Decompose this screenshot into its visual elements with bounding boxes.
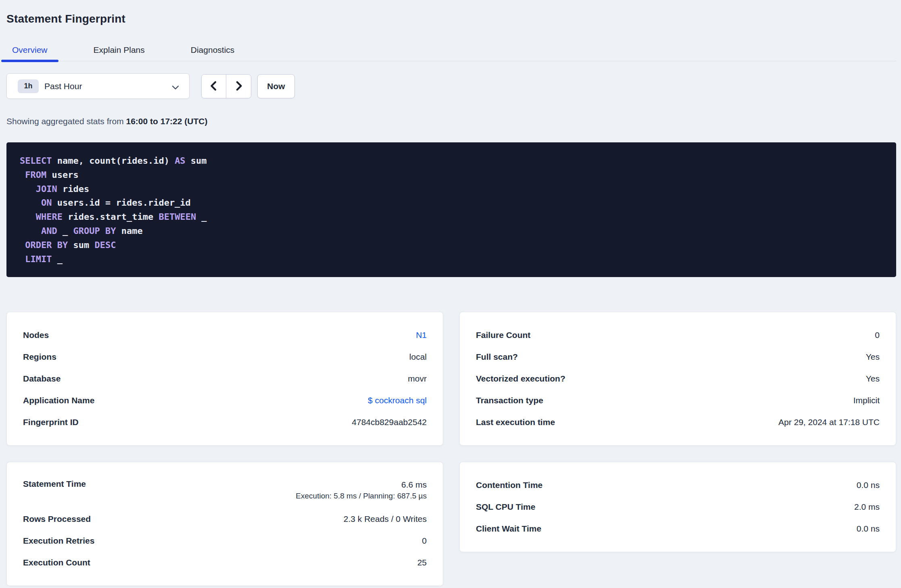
tab-overview[interactable]: Overview [1, 39, 58, 61]
chevron-left-icon [209, 81, 219, 92]
stat-row-transaction-type: Transaction typeImplicit [476, 390, 880, 411]
sql-statement-box: SELECT name, count(rides.id) AS sum FROM… [6, 142, 896, 277]
stat-label-last-execution-time: Last execution time [476, 417, 555, 427]
stat-label-statement-time: Statement Time [23, 479, 86, 489]
stat-row-sql-cpu-time: SQL CPU Time2.0 ms [476, 496, 880, 518]
aggregated-stats-range: 16:00 to 17:22 (UTC) [126, 117, 208, 126]
stat-row-nodes: NodesN1 [23, 324, 427, 346]
stat-row-regions: Regionslocal [23, 346, 427, 368]
sql-line: ON users.id = rides.rider_id [20, 196, 883, 210]
stat-row-full-scan: Full scan?Yes [476, 346, 880, 368]
tab-diagnostics[interactable]: Diagnostics [180, 39, 246, 61]
page-title: Statement Fingerprint [6, 12, 896, 26]
stat-value-execution-count: 25 [417, 557, 427, 568]
time-range-badge: 1h [18, 79, 39, 93]
stat-label-rows-processed: Rows Processed [23, 514, 91, 524]
tab-overview-label: Overview [12, 45, 48, 55]
stat-label-fingerprint-id: Fingerprint ID [23, 417, 79, 427]
stat-value-statement-time: 6.6 ms [401, 479, 427, 490]
sql-line: ORDER BY sum DESC [20, 238, 883, 252]
stat-value-transaction-type: Implicit [853, 395, 880, 406]
stat-cards: NodesN1RegionslocalDatabasemovrApplicati… [6, 312, 896, 586]
overview-left-card: NodesN1RegionslocalDatabasemovrApplicati… [6, 312, 443, 446]
sql-line: JOIN rides [20, 182, 883, 196]
stat-row-vectorized-execution: Vectorized execution?Yes [476, 368, 880, 390]
stat-row-failure-count: Failure Count0 [476, 324, 880, 346]
stat-label-sql-cpu-time: SQL CPU Time [476, 502, 535, 512]
stat-row-client-wait-time: Client Wait Time0.0 ns [476, 518, 880, 540]
aggregated-stats-prefix: Showing aggregated stats from [6, 117, 126, 126]
stat-label-transaction-type: Transaction type [476, 396, 543, 405]
stat-value-failure-count: 0 [875, 329, 880, 341]
stat-value-vectorized-execution: Yes [866, 373, 880, 384]
stat-row-fingerprint-id: Fingerprint ID4784cb829aab2542 [23, 411, 427, 433]
statement-fingerprint-page: Statement Fingerprint Overview Explain P… [0, 0, 901, 586]
stat-row-database: Databasemovr [23, 368, 427, 390]
prev-range-button[interactable] [202, 75, 226, 98]
time-range-dropdown[interactable]: 1h Past Hour [6, 73, 190, 99]
stat-value-client-wait-time: 0.0 ns [857, 523, 880, 534]
now-button[interactable]: Now [257, 74, 295, 98]
stat-label-execution-retries: Execution Retries [23, 536, 94, 546]
chevron-right-icon [234, 81, 244, 92]
tab-explain-plans[interactable]: Explain Plans [83, 39, 156, 61]
stat-label-client-wait-time: Client Wait Time [476, 524, 541, 534]
stat-label-vectorized-execution: Vectorized execution? [476, 374, 565, 384]
sql-line: WHERE rides.start_time BETWEEN _ [20, 210, 883, 224]
stat-value-full-scan: Yes [866, 351, 880, 363]
stat-value-regions: local [409, 351, 427, 363]
chevron-down-icon [172, 84, 179, 92]
tab-bar: Overview Explain Plans Diagnostics [6, 39, 896, 61]
stat-row-execution-retries: Execution Retries0 [23, 530, 427, 552]
sql-line: LIMIT _ [20, 252, 883, 267]
stat-row-rows-processed: Rows Processed2.3 k Reads / 0 Writes [23, 508, 427, 530]
next-range-button[interactable] [226, 75, 251, 98]
timing-right-card: Contention Time0.0 nsSQL CPU Time2.0 msC… [459, 462, 896, 552]
stat-value-last-execution-time: Apr 29, 2024 at 17:18 UTC [778, 417, 880, 428]
stat-label-execution-count: Execution Count [23, 558, 90, 567]
sql-line: AND _ GROUP BY name [20, 224, 883, 238]
stat-label-contention-time: Contention Time [476, 480, 542, 490]
stat-row-last-execution-time: Last execution timeApr 29, 2024 at 17:18… [476, 411, 880, 433]
time-range-arrows [201, 74, 251, 98]
stat-label-application-name: Application Name [23, 396, 94, 405]
sql-line: FROM users [20, 168, 883, 182]
application-name-link[interactable]: $ cockroach sql [368, 395, 427, 406]
stat-subvalue-statement-time: Execution: 5.8 ms / Planning: 687.5 µs [296, 490, 427, 501]
stat-value-database: movr [408, 373, 427, 384]
stat-label-regions: Regions [23, 352, 56, 362]
overview-right-card: Failure Count0Full scan?YesVectorized ex… [459, 312, 896, 446]
time-controls: 1h Past Hour Now [6, 73, 896, 99]
tab-explain-plans-label: Explain Plans [94, 45, 145, 55]
stat-label-full-scan: Full scan? [476, 352, 518, 362]
stat-row-statement-time: Statement Time6.6 msExecution: 5.8 ms / … [23, 474, 427, 508]
stat-label-database: Database [23, 374, 60, 384]
timing-left-card: Statement Time6.6 msExecution: 5.8 ms / … [6, 462, 443, 586]
stat-label-failure-count: Failure Count [476, 330, 530, 340]
stat-value-fingerprint-id: 4784cb829aab2542 [352, 417, 427, 428]
tab-diagnostics-label: Diagnostics [191, 45, 235, 55]
active-tab-underline [1, 60, 58, 62]
stat-value-contention-time: 0.0 ns [857, 480, 880, 491]
stat-row-contention-time: Contention Time0.0 ns [476, 474, 880, 496]
aggregated-stats-line: Showing aggregated stats from 16:00 to 1… [6, 116, 896, 127]
stat-value-sql-cpu-time: 2.0 ms [854, 501, 880, 513]
stat-value-rows-processed: 2.3 k Reads / 0 Writes [344, 513, 427, 525]
sql-line: SELECT name, count(rides.id) AS sum [20, 154, 883, 168]
stat-row-application-name: Application Name$ cockroach sql [23, 390, 427, 411]
time-range-label: Past Hour [44, 81, 82, 91]
stat-row-execution-count: Execution Count25 [23, 552, 427, 573]
stat-label-nodes: Nodes [23, 330, 49, 340]
stat-value-execution-retries: 0 [422, 535, 427, 546]
nodes-link[interactable]: N1 [416, 329, 427, 341]
